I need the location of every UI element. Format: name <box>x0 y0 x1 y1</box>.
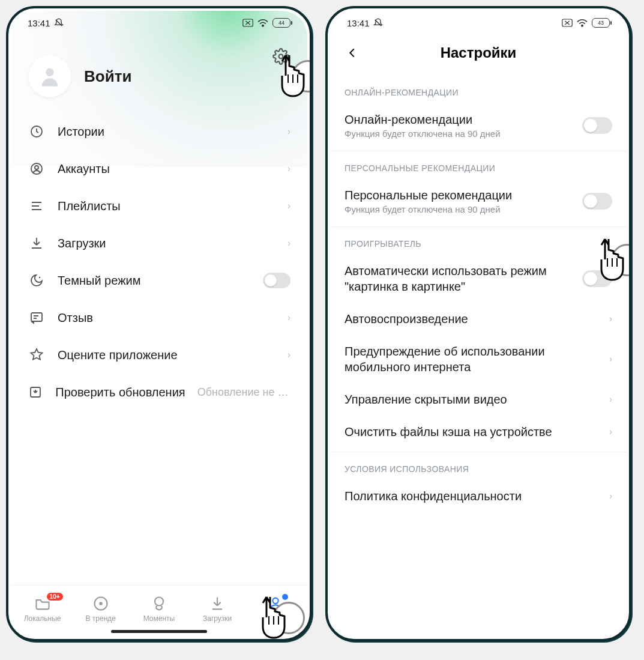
chevron-right-icon: › <box>609 426 612 437</box>
status-bar: 13:41 43 <box>330 11 627 35</box>
wifi-icon <box>576 18 588 28</box>
status-time: 13:41 <box>28 18 50 28</box>
menu-label: Темный режим <box>58 274 251 288</box>
wifi-icon <box>257 18 269 28</box>
chevron-right-icon: › <box>609 394 612 405</box>
tab-label: Моменты <box>143 614 175 623</box>
section-player: ПРОИГРЫВАТЕЛЬ <box>345 231 612 255</box>
download-icon <box>209 595 226 612</box>
personal-rec-toggle[interactable] <box>582 193 612 210</box>
chevron-right-icon: › <box>287 312 290 323</box>
row-title: Политика конфиденциальности <box>345 488 602 504</box>
chevron-right-icon: › <box>287 163 290 174</box>
svg-point-1 <box>262 25 263 26</box>
section-online-rec: ОНЛАЙН-РЕКОМЕНДАЦИИ <box>345 79 612 103</box>
status-time: 13:41 <box>347 18 370 28</box>
clock-icon <box>28 123 46 141</box>
row-clear-cache[interactable]: Очистить файлы кэша на устройстве › <box>345 416 612 448</box>
svg-point-3 <box>46 68 53 76</box>
row-title: Персональные рекомендации <box>345 187 582 203</box>
tab-label: Пр <box>271 614 280 623</box>
menu-label: Аккаунты <box>58 162 275 176</box>
compass-icon <box>92 595 109 612</box>
menu-label: Отзыв <box>58 311 275 325</box>
row-title: Автоматически использовать режим "картин… <box>345 263 582 294</box>
page-title: Настройки <box>441 44 517 61</box>
row-privacy-policy[interactable]: Политика конфиденциальности › <box>345 480 612 504</box>
menu-label: Оцените приложение <box>58 348 275 362</box>
menu-accounts[interactable]: Аккаунты › <box>22 150 296 187</box>
online-rec-toggle[interactable] <box>582 117 612 134</box>
dot-indicator <box>282 594 288 600</box>
star-icon <box>28 346 46 364</box>
list-icon <box>28 197 46 215</box>
section-personal-rec: ПЕРСОНАЛЬНЫЕ РЕКОМЕНДАЦИИ <box>345 155 612 179</box>
avatar <box>29 55 71 97</box>
section-terms: УСЛОВИЯ ИСПОЛЬЗОВАНИЯ <box>345 456 612 480</box>
profile-header[interactable]: Войти <box>11 35 307 113</box>
tab-label: Локальные <box>24 614 61 623</box>
tab-moments[interactable]: Моменты <box>132 595 186 623</box>
menu-feedback[interactable]: Отзыв › <box>22 299 296 336</box>
chevron-right-icon: › <box>609 491 612 501</box>
dnd-icon <box>54 18 64 28</box>
menu-label: Загрузки <box>58 237 275 250</box>
svg-point-2 <box>279 55 283 59</box>
menu-label: Истории <box>58 125 275 139</box>
status-bar: 13:41 44 <box>11 11 307 35</box>
badge: 10+ <box>47 593 63 601</box>
menu-history[interactable]: Истории › <box>22 113 296 150</box>
row-hidden-videos[interactable]: Управление скрытыми видео › <box>345 383 612 416</box>
chevron-right-icon: › <box>609 313 612 324</box>
menu-downloads[interactable]: Загрузки › <box>22 225 296 262</box>
row-title: Очистить файлы кэша на устройстве <box>345 424 602 440</box>
row-pip: Автоматически использовать режим "картин… <box>345 255 612 303</box>
menu-playlists[interactable]: Плейлисты › <box>22 187 296 225</box>
user-icon <box>28 160 46 178</box>
update-icon <box>28 383 43 401</box>
tab-local[interactable]: 10+ Локальные <box>16 595 70 623</box>
tab-profile[interactable]: Пр <box>248 595 302 623</box>
separator <box>330 226 627 227</box>
row-title: Автовоспроизведение <box>345 311 602 327</box>
chevron-right-icon: › <box>287 126 290 137</box>
settings-header: Настройки <box>330 35 627 71</box>
profile-icon <box>267 595 284 612</box>
phone-left: 13:41 44 Войти <box>6 6 312 641</box>
menu-check-updates[interactable]: Проверить обновления Обновление не тре..… <box>22 374 296 411</box>
chevron-right-icon: › <box>287 350 290 360</box>
battery-icon: 44 <box>272 18 290 28</box>
svg-point-10 <box>100 602 102 605</box>
menu-dark-mode[interactable]: Темный режим <box>22 262 296 299</box>
moments-icon <box>151 595 167 612</box>
bottom-tabs: 10+ Локальные В тренде Моменты Загрузки … <box>11 585 307 637</box>
separator <box>330 151 627 151</box>
download-icon <box>28 234 46 252</box>
chevron-right-icon: › <box>609 354 612 365</box>
row-subtitle: Функция будет отключена на 90 дней <box>345 204 582 214</box>
tab-trending[interactable]: В тренде <box>74 595 128 623</box>
row-personal-recommendations: Персональные рекомендации Функция будет … <box>345 179 612 223</box>
separator <box>330 452 627 452</box>
pip-toggle[interactable] <box>582 270 612 287</box>
row-autoplay[interactable]: Автовоспроизведение › <box>345 303 612 335</box>
svg-point-13 <box>582 25 583 26</box>
settings-icon[interactable] <box>270 46 292 67</box>
back-button[interactable] <box>342 43 363 63</box>
menu-rate-app[interactable]: Оцените приложение › <box>22 336 296 374</box>
row-title: Онлайн-рекомендации <box>345 112 582 127</box>
chevron-right-icon: › <box>287 201 290 211</box>
no-sim-icon <box>562 19 573 27</box>
row-online-recommendations: Онлайн-рекомендации Функция будет отключ… <box>345 103 612 147</box>
no-sim-icon <box>242 19 253 27</box>
phone-right: 13:41 43 Настройки ОНЛАЙН-РЕКОМЕНДАЦИИ <box>325 6 631 641</box>
dark-mode-toggle[interactable] <box>263 273 290 288</box>
svg-point-11 <box>273 598 278 603</box>
battery-icon: 43 <box>592 18 610 28</box>
moon-icon <box>28 271 46 289</box>
tab-downloads[interactable]: Загрузки <box>190 595 244 623</box>
svg-rect-7 <box>31 313 42 321</box>
login-label: Войти <box>84 67 131 86</box>
row-mobile-warning[interactable]: Предупреждение об использовании мобильно… <box>345 335 612 383</box>
row-title: Управление скрытыми видео <box>345 392 602 407</box>
